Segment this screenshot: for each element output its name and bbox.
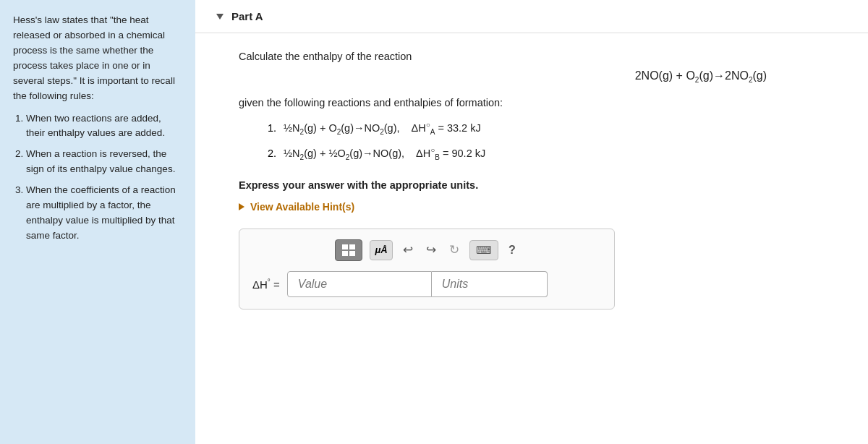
part-a-chevron-icon[interactable] [216, 14, 224, 20]
keyboard-button[interactable]: ⌨ [469, 240, 498, 260]
reaction-1-formula: ½N2(g) + O2(g)→NO2(g), [284, 117, 400, 140]
reaction-2-number: 2. [268, 142, 284, 164]
reaction-1-number: 1. [268, 117, 284, 139]
rule-1: When two reactions are added, their enth… [26, 111, 182, 142]
reaction-2-enthalpy: ΔH○B = 90.2 kJ [416, 142, 485, 165]
refresh-button[interactable]: ↻ [446, 241, 462, 259]
part-a-label: Part A [231, 10, 263, 22]
reaction-1-enthalpy: ΔH○A = 33.2 kJ [412, 117, 481, 140]
reaction-2-formula: ½N2(g) + ½O2(g)→NO(g), [284, 142, 404, 165]
reaction-1-line: 1. ½N2(g) + O2(g)→NO2(g), ΔH○A = 33.2 kJ [268, 117, 825, 140]
intro-text: Hess's law states that "the heat release… [13, 13, 182, 104]
right-panel: Part A Calculate the enthalpy of the rea… [195, 0, 868, 444]
given-text: given the following reactions and enthal… [239, 97, 825, 108]
delta-h-label: ΔH° = [252, 278, 280, 291]
hint-triangle-icon [239, 203, 244, 210]
hint-link[interactable]: View Available Hint(s) [239, 201, 825, 213]
calculate-text: Calculate the enthalpy of the reaction [239, 51, 825, 62]
part-a-bar: Part A [195, 0, 868, 33]
rules-list: When two reactions are added, their enth… [13, 111, 182, 244]
rule-3: When the coefficients of a reaction are … [26, 183, 182, 244]
main-equation: 2NO(g) + O2(g)→2NO2(g) [239, 69, 825, 84]
question-mark-icon: ? [509, 244, 516, 256]
toolbar-row: μÅ ↩ ↪ ↻ ⌨ ? [252, 239, 601, 261]
reaction-2-line: 2. ½N2(g) + ½O2(g)→NO(g), ΔH○B = 90.2 kJ [268, 142, 825, 165]
rule-2: When a reaction is reversed, the sign of… [26, 147, 182, 177]
reactions-block: 1. ½N2(g) + O2(g)→NO2(g), ΔH○A = 33.2 kJ… [268, 117, 825, 165]
template-button[interactable] [335, 239, 362, 261]
left-panel: Hess's law states that "the heat release… [0, 0, 195, 444]
hint-label: View Available Hint(s) [250, 201, 354, 213]
content-area: Calculate the enthalpy of the reaction 2… [195, 33, 868, 444]
help-button[interactable]: ? [506, 242, 519, 258]
express-text: Express your answer with the appropriate… [239, 179, 825, 191]
mu-label: μÅ [375, 244, 387, 255]
mu-button[interactable]: μÅ [370, 240, 393, 260]
answer-box-container: μÅ ↩ ↪ ↻ ⌨ ? [239, 229, 615, 309]
value-input[interactable] [287, 271, 432, 297]
redo-button[interactable]: ↪ [423, 241, 439, 259]
keyboard-icon: ⌨ [476, 244, 492, 256]
refresh-icon: ↻ [449, 243, 459, 257]
redo-icon: ↪ [426, 243, 436, 257]
units-input[interactable] [432, 271, 548, 297]
undo-button[interactable]: ↩ [400, 241, 416, 259]
input-row: ΔH° = [252, 271, 601, 297]
template-icon [342, 244, 355, 256]
undo-icon: ↩ [403, 243, 413, 257]
